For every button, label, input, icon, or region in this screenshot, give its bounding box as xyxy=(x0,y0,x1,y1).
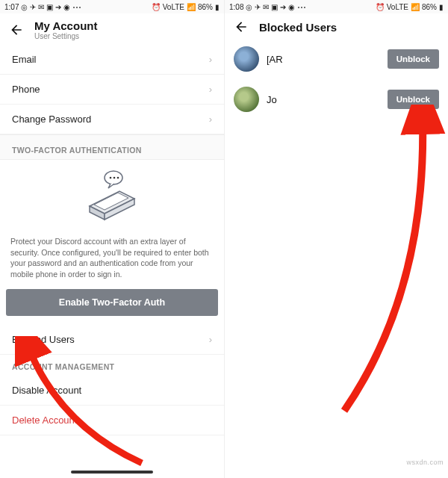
password-label: Change Password xyxy=(12,114,91,125)
svg-point-7 xyxy=(117,177,119,179)
back-button[interactable] xyxy=(9,22,24,37)
battery-icon: ▮ xyxy=(215,3,220,11)
cast-icon: ▣ xyxy=(46,3,53,11)
telegram-icon: ✈ xyxy=(255,3,261,11)
svg-point-5 xyxy=(110,177,112,179)
account-mgmt-header: ACCOUNT MANAGEMENT xyxy=(0,355,224,376)
discord-icon: ◉ xyxy=(63,3,70,11)
volte-label: VoLTE xyxy=(163,3,184,11)
unblock-button[interactable]: Unblock xyxy=(388,90,439,109)
delete-account-label: Delete Account xyxy=(12,415,77,426)
page-title: My Account xyxy=(34,19,97,32)
nav-handle[interactable] xyxy=(71,471,153,474)
username: Jo xyxy=(267,94,380,105)
enable-twofa-button[interactable]: Enable Two-Factor Auth xyxy=(6,289,218,316)
row-delete-account[interactable]: Delete Account xyxy=(0,406,224,435)
whatsapp-icon: ◎ xyxy=(21,3,28,11)
watermark: wsxdn.com xyxy=(406,459,444,466)
pane-blocked-users: 1:08 ◎ ✈ ✉ ▣ ➔ ◉ ⏰ VoLTE 📶 86% ▮ Blocked xyxy=(224,0,448,478)
alarm-icon: ⏰ xyxy=(376,3,385,11)
twofa-description: Protect your Discord account with an ext… xyxy=(0,233,224,289)
blocked-user-row: [AR Unblock xyxy=(225,39,448,79)
signal-icon: 📶 xyxy=(187,3,196,11)
username: [AR xyxy=(267,54,380,65)
annotation-arrow-right xyxy=(314,105,448,418)
twofa-illustration xyxy=(0,160,224,233)
svg-point-6 xyxy=(113,177,116,179)
row-blocked-users[interactable]: Blocked Users › xyxy=(0,325,224,355)
volte-label: VoLTE xyxy=(387,3,408,11)
blocked-user-row: Jo Unblock xyxy=(225,79,448,120)
back-button[interactable] xyxy=(234,19,249,34)
arrow-icon: ➔ xyxy=(280,3,286,11)
more-icon xyxy=(297,2,306,13)
avatar[interactable] xyxy=(234,46,259,72)
row-change-password[interactable]: Change Password › xyxy=(0,105,224,134)
unblock-button[interactable]: Unblock xyxy=(388,49,439,69)
telegram-icon: ✈ xyxy=(30,3,36,11)
pane-account: 1:07 ◎ ✈ ✉ ▣ ➔ ◉ ⏰ VoLTE 📶 86% ▮ xyxy=(0,0,224,478)
page-title: Blocked Users xyxy=(259,21,337,34)
disable-account-label: Disable Account xyxy=(12,385,81,396)
twofa-section-header: TWO-FACTOR AUTHENTICATION xyxy=(0,134,224,160)
page-subtitle: User Settings xyxy=(34,32,97,40)
battery-label: 86% xyxy=(198,3,213,11)
phone-label: Phone xyxy=(12,84,40,95)
battery-icon: ▮ xyxy=(439,3,444,11)
row-phone[interactable]: Phone › xyxy=(0,75,224,105)
chevron-right-icon: › xyxy=(209,84,212,95)
blocked-users-label: Blocked Users xyxy=(12,334,75,345)
row-email[interactable]: Email › xyxy=(0,45,224,75)
chevron-right-icon: › xyxy=(209,334,212,345)
status-bar: 1:08 ◎ ✈ ✉ ▣ ➔ ◉ ⏰ VoLTE 📶 86% ▮ xyxy=(225,0,448,13)
more-icon xyxy=(72,2,81,13)
chevron-right-icon: › xyxy=(209,54,212,65)
alarm-icon: ⏰ xyxy=(152,3,161,11)
status-time: 1:07 xyxy=(4,3,19,11)
header: My Account User Settings xyxy=(0,13,224,45)
status-time: 1:08 xyxy=(229,3,243,11)
chevron-right-icon: › xyxy=(209,114,212,125)
status-bar: 1:07 ◎ ✈ ✉ ▣ ➔ ◉ ⏰ VoLTE 📶 86% ▮ xyxy=(0,0,224,13)
avatar[interactable] xyxy=(234,87,259,112)
mail-icon: ✉ xyxy=(263,3,269,11)
whatsapp-icon: ◎ xyxy=(246,3,252,11)
signal-icon: 📶 xyxy=(411,3,420,11)
email-label: Email xyxy=(12,54,37,65)
discord-icon: ◉ xyxy=(288,3,295,11)
battery-label: 86% xyxy=(422,3,437,11)
arrow-icon: ➔ xyxy=(55,3,61,11)
mail-icon: ✉ xyxy=(38,3,44,11)
cast-icon: ▣ xyxy=(271,3,278,11)
header: Blocked Users xyxy=(225,13,448,39)
row-disable-account[interactable]: Disable Account xyxy=(0,376,224,406)
